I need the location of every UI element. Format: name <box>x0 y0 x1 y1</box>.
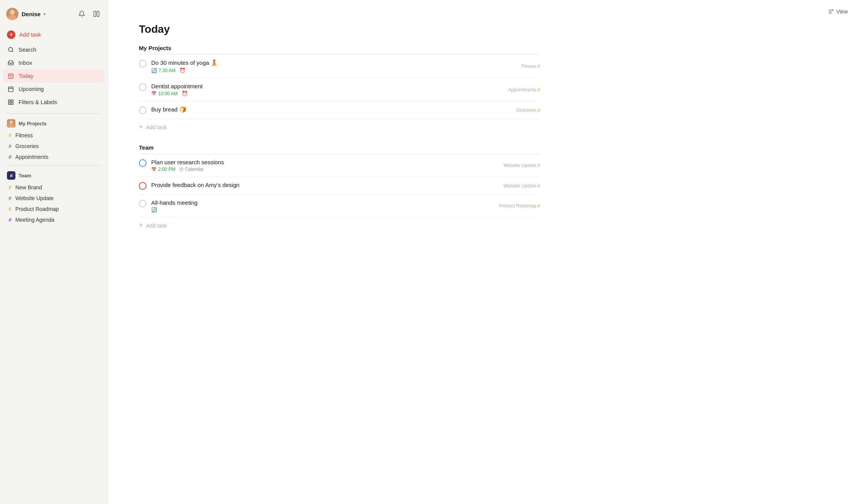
svg-point-28 <box>181 169 182 170</box>
add-task-label: Add task <box>146 223 167 229</box>
task-name: Provide feedback on Amy's design <box>151 182 540 188</box>
add-task-button[interactable]: + Add task <box>3 28 105 42</box>
user-menu[interactable]: Denise ▾ <box>6 8 46 20</box>
sidebar-item-groceries[interactable]: # Groceries <box>3 141 105 152</box>
task-checkbox-bread[interactable] <box>139 106 147 114</box>
task-body: Provide feedback on Amy's design <box>151 182 540 189</box>
project-hash-icon: # <box>537 108 540 113</box>
add-task-icon: + <box>7 30 15 39</box>
project-name: Appointments <box>508 87 536 93</box>
task-body: All-hands meeting 🔄 <box>151 199 540 212</box>
recycle-icon: 🔄 <box>151 207 157 212</box>
reminder-icon: ⏰ <box>182 91 188 96</box>
team-task-list: Team Plan user research sessions 📅 2:00 … <box>139 144 540 233</box>
svg-rect-16 <box>8 100 10 102</box>
svg-rect-12 <box>8 87 13 92</box>
sidebar-item-inbox[interactable]: Inbox <box>3 56 105 69</box>
table-row: Plan user research sessions 📅 2:00 PM Ca… <box>139 154 540 177</box>
task-meta: 📅 2:00 PM Calendar <box>151 167 540 172</box>
svg-point-1 <box>10 10 15 15</box>
hash-icon: # <box>8 195 12 201</box>
task-checkbox-dentist[interactable] <box>139 83 147 91</box>
svg-rect-18 <box>11 103 13 105</box>
sidebar-item-search[interactable]: Search <box>3 43 105 56</box>
view-icon <box>828 8 834 15</box>
task-project-tag: Website Update # <box>503 183 540 189</box>
task-checkbox-research[interactable] <box>139 159 147 167</box>
main-content: View Today My Projects Do 30 minutes of … <box>108 0 864 504</box>
my-projects-section: My Projects # Fitness # Groceries # Appo… <box>0 117 108 162</box>
project-name: Website Update <box>503 183 536 189</box>
sidebar-item-meeting-agenda[interactable]: # Meeting Agenda <box>3 214 105 225</box>
sidebar-item-fitness[interactable]: # Fitness <box>3 130 105 141</box>
filters-icon <box>7 98 15 106</box>
my-projects-label: My Projects <box>19 121 47 126</box>
avatar <box>6 8 19 20</box>
plus-icon: + <box>139 123 143 131</box>
project-name: Fitness <box>521 64 537 69</box>
layout-button[interactable] <box>91 9 101 19</box>
project-label: Meeting Agenda <box>15 217 54 223</box>
sidebar-item-label: Upcoming <box>19 86 44 92</box>
view-button[interactable]: View <box>824 6 852 17</box>
time-value: 2:00 PM <box>158 167 176 172</box>
svg-rect-4 <box>97 11 99 17</box>
task-body: Plan user research sessions 📅 2:00 PM Ca… <box>151 159 540 172</box>
sidebar-header: Denise ▾ <box>0 5 108 26</box>
task-checkbox-amy[interactable] <box>139 182 147 190</box>
sidebar-item-today[interactable]: 21 Today <box>3 69 105 83</box>
project-label: Appointments <box>15 154 49 160</box>
divider <box>6 113 101 114</box>
calendar-icon: 📅 <box>151 167 157 172</box>
sidebar-item-filters[interactable]: Filters & Labels <box>3 96 105 109</box>
sidebar-item-product-roadmap[interactable]: # Product Roadmap <box>3 204 105 214</box>
time-value: 10:00 AM <box>158 91 178 96</box>
view-label: View <box>836 8 848 15</box>
task-meta: 📅 10:00 AM ⏰ <box>151 91 540 96</box>
task-project-tag: Website Update # <box>503 163 540 168</box>
add-task-my-projects[interactable]: + Add task <box>139 119 540 135</box>
task-name: Buy bread 🍞 <box>151 106 540 113</box>
project-name: Website Update <box>503 163 536 168</box>
task-body: Dentist appointment 📅 10:00 AM ⏰ <box>151 83 540 96</box>
project-hash-icon: # <box>537 163 540 168</box>
table-row: Do 30 minutes of yoga 🧘 🔄 7:30 AM ⏰ Fitn… <box>139 55 540 78</box>
notifications-button[interactable] <box>77 9 87 19</box>
hash-icon: # <box>8 206 12 212</box>
reminder-icon: ⏰ <box>179 67 186 73</box>
project-hash-icon: # <box>537 64 540 69</box>
project-label: Fitness <box>15 132 33 138</box>
svg-rect-17 <box>11 100 13 102</box>
sidebar-item-website-update[interactable]: # Website Update <box>3 193 105 204</box>
sidebar-item-upcoming[interactable]: Upcoming <box>3 83 105 96</box>
task-name: Dentist appointment <box>151 83 540 89</box>
svg-rect-19 <box>8 103 10 105</box>
hash-icon: # <box>8 154 12 160</box>
task-name: All-hands meeting <box>151 199 540 206</box>
page-content: Today My Projects Do 30 minutes of yoga … <box>108 23 571 258</box>
task-meta: 🔄 <box>151 207 540 212</box>
upcoming-icon <box>7 85 15 93</box>
svg-point-21 <box>10 121 13 124</box>
main-header: View <box>108 0 864 23</box>
hash-icon: # <box>8 184 12 190</box>
task-checkbox-allhands[interactable] <box>139 200 147 207</box>
username: Denise <box>22 11 40 17</box>
project-hash-icon: # <box>537 203 540 209</box>
hash-icon: # <box>8 132 12 138</box>
add-task-label: Add task <box>19 32 41 38</box>
project-name: Groceries <box>516 108 536 113</box>
inbox-icon <box>7 59 15 67</box>
table-row: Provide feedback on Amy's design Website… <box>139 177 540 195</box>
team-section-title: Team <box>139 144 540 154</box>
table-row: Dentist appointment 📅 10:00 AM ⏰ Appoint… <box>139 78 540 101</box>
sidebar-item-new-brand[interactable]: # New Brand <box>3 182 105 193</box>
team-section: d Team # New Brand # Website Update # Pr… <box>0 169 108 225</box>
team-label: Team <box>19 173 31 179</box>
plus-icon: + <box>139 221 143 229</box>
calendar-label: Calendar <box>179 167 204 172</box>
team-avatar: d <box>7 171 15 180</box>
sidebar-item-appointments[interactable]: # Appointments <box>3 152 105 162</box>
task-checkbox-yoga[interactable] <box>139 60 147 67</box>
add-task-team[interactable]: + Add task <box>139 217 540 233</box>
